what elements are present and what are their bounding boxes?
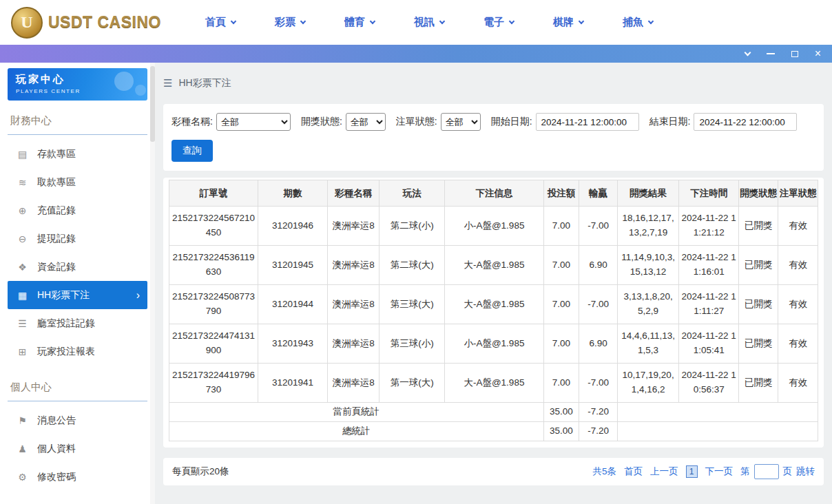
draw-status-select[interactable]: 全部 bbox=[346, 113, 386, 131]
section-title-agent: 代理中心 bbox=[8, 499, 147, 504]
sidebar-item-label: 提現記錄 bbox=[37, 233, 76, 245]
personal-menu: ⚑ 消息公告 ♟ 個人資料 ⚙ 修改密碼 bbox=[0, 401, 155, 492]
end-date-input[interactable] bbox=[694, 113, 797, 131]
nav-item-chess[interactable]: 棋牌 bbox=[553, 16, 583, 29]
deposit-icon: ▤ bbox=[17, 149, 28, 160]
funds-record-icon: ❖ bbox=[17, 262, 28, 273]
cell-draw-result: 3,13,1,8,20,5,2,9 bbox=[617, 285, 678, 324]
close-icon[interactable]: × bbox=[815, 48, 821, 59]
cell-bet-time: 2024-11-22 10:56:37 bbox=[679, 364, 739, 403]
total-summary-label: 總統計 bbox=[169, 422, 544, 441]
prev-page-link[interactable]: 上一页 bbox=[650, 465, 678, 478]
cell-bet-time: 2024-11-22 11:16:01 bbox=[679, 246, 739, 285]
cell-bet-amount: 7.00 bbox=[543, 207, 579, 246]
cell-lottery-name: 澳洲幸运8 bbox=[327, 364, 379, 403]
jump-page-input[interactable] bbox=[754, 464, 779, 479]
sidebar-item-deposit[interactable]: ▤ 存款專區 bbox=[8, 140, 147, 168]
sidebar: 玩家中心 PLAYERS CENTER 財務中心 ▤ 存款專區 ≋ 取款專區 ⊕… bbox=[0, 63, 155, 504]
cell-draw-result: 11,14,9,10,3,15,13,12 bbox=[617, 246, 678, 285]
minimize-icon[interactable] bbox=[767, 53, 775, 54]
query-button[interactable]: 查詢 bbox=[171, 140, 213, 162]
chevron-down-icon bbox=[648, 18, 654, 23]
sidebar-item-label: 存款專區 bbox=[37, 148, 76, 160]
sidebar-item-player-bet-report[interactable]: ⊞ 玩家投注報表 bbox=[8, 337, 147, 366]
section-title-personal: 個人中心 bbox=[8, 374, 147, 401]
jump-button[interactable]: 跳转 bbox=[796, 465, 815, 478]
logo-text: USDT CASINO bbox=[48, 13, 161, 32]
withdraw-icon: ≋ bbox=[17, 177, 28, 188]
cell-period: 31201945 bbox=[258, 246, 328, 285]
nav-item-fishing[interactable]: 捕魚 bbox=[623, 16, 653, 29]
logo[interactable]: U USDT CASINO bbox=[11, 7, 171, 39]
cell-order-status: 有效 bbox=[778, 285, 818, 324]
order-status-select[interactable]: 全部 bbox=[441, 113, 481, 131]
cell-play-type: 第二球(小) bbox=[379, 207, 445, 246]
chevron-down-icon bbox=[370, 18, 375, 23]
cell-period: 31201944 bbox=[258, 285, 328, 324]
sidebar-item-room-bet-records[interactable]: ☰ 廳室投註記錄 bbox=[8, 309, 147, 337]
order-status-label: 注單狀態: bbox=[396, 116, 437, 128]
maximize-icon[interactable] bbox=[791, 51, 798, 57]
cell-draw-status: 已開獎 bbox=[739, 285, 778, 324]
table-row: 2152173224474131900 31201943 澳洲幸运8 第三球(小… bbox=[169, 324, 818, 364]
nav-item-sports[interactable]: 體育 bbox=[344, 16, 375, 29]
cell-draw-result: 14,4,6,11,13,1,5,3 bbox=[617, 324, 678, 364]
sidebar-item-label: 廳室投註記錄 bbox=[37, 317, 95, 330]
collapse-chevron-icon[interactable] bbox=[745, 53, 750, 55]
current-page-button[interactable]: 1 bbox=[686, 465, 698, 478]
main-nav: 首頁 彩票 體育 視訊 電子 棋牌 捕魚 bbox=[205, 16, 653, 29]
cell-bet-time: 2024-11-22 11:11:27 bbox=[679, 285, 739, 324]
cell-win-loss: 6.90 bbox=[579, 246, 618, 285]
table-row: 2152173224508773790 31201944 澳洲幸运8 第三球(大… bbox=[169, 285, 818, 324]
cell-bet-info: 大-A盤@1.985 bbox=[445, 285, 543, 324]
players-center-subtitle: PLAYERS CENTER bbox=[16, 88, 139, 94]
sidebar-item-announcements[interactable]: ⚑ 消息公告 bbox=[8, 406, 147, 434]
col-header-draw-status: 開獎狀態 bbox=[739, 180, 778, 207]
jump-group: 第 页 跳转 bbox=[740, 464, 815, 479]
sidebar-item-change-password[interactable]: ⚙ 修改密碼 bbox=[8, 463, 147, 491]
nav-item-video[interactable]: 視訊 bbox=[414, 16, 444, 29]
first-page-link[interactable]: 首页 bbox=[624, 465, 643, 478]
nav-label: 體育 bbox=[344, 16, 365, 29]
col-header-order-status: 注單狀態 bbox=[778, 180, 818, 207]
cell-bet-time: 2024-11-22 11:05:41 bbox=[679, 324, 739, 364]
report-icon: ⊞ bbox=[17, 346, 28, 357]
sidebar-item-recharge-record[interactable]: ⊕ 充值記錄 bbox=[8, 196, 147, 224]
players-center-title: 玩家中心 bbox=[16, 73, 139, 86]
nav-item-home[interactable]: 首頁 bbox=[205, 16, 236, 29]
menu-toggle-icon[interactable]: ☰ bbox=[163, 77, 172, 90]
nav-item-lottery[interactable]: 彩票 bbox=[275, 16, 305, 29]
cell-order-status: 有效 bbox=[778, 246, 818, 285]
next-page-link[interactable]: 下一页 bbox=[705, 465, 734, 478]
cell-lottery-name: 澳洲幸运8 bbox=[327, 324, 379, 364]
total-summary-amount: 35.00 bbox=[543, 422, 579, 441]
sidebar-item-withdraw-record[interactable]: ⊖ 提現記錄 bbox=[8, 224, 147, 253]
cell-bet-amount: 7.00 bbox=[543, 364, 579, 403]
sidebar-item-funds-record[interactable]: ❖ 資金記錄 bbox=[8, 253, 147, 281]
cell-draw-status: 已開獎 bbox=[739, 324, 778, 364]
sidebar-scrollbar[interactable] bbox=[150, 63, 155, 504]
cell-win-loss: -7.00 bbox=[579, 207, 618, 246]
cell-order-no: 2152173224536119630 bbox=[169, 246, 258, 285]
start-date-label: 開始日期: bbox=[491, 116, 532, 128]
sidebar-item-hh-lottery-bets[interactable]: ▦ HH彩票下注 › bbox=[8, 281, 147, 309]
cell-order-no: 2152173224419796730 bbox=[169, 364, 258, 403]
table-row: 2152173224419796730 31201941 澳洲幸运8 第一球(大… bbox=[169, 364, 818, 403]
cell-lottery-name: 澳洲幸运8 bbox=[327, 285, 379, 324]
cell-period: 31201941 bbox=[258, 364, 328, 403]
page-summary-winloss: -7.20 bbox=[579, 403, 618, 422]
start-date-input[interactable] bbox=[536, 113, 639, 131]
nav-label: 捕魚 bbox=[623, 16, 643, 29]
sidebar-item-withdraw[interactable]: ≋ 取款專區 bbox=[8, 168, 147, 196]
nav-item-electronic[interactable]: 電子 bbox=[483, 16, 514, 29]
sidebar-item-profile[interactable]: ♟ 個人資料 bbox=[8, 434, 147, 463]
col-header-bet-amount: 投注額 bbox=[543, 180, 579, 207]
sidebar-item-label: 取款專區 bbox=[37, 176, 76, 189]
nav-label: 電子 bbox=[483, 16, 504, 29]
sidebar-scrollbar-thumb[interactable] bbox=[150, 66, 155, 142]
col-header-play-type: 玩法 bbox=[379, 180, 445, 207]
finance-menu: ▤ 存款專區 ≋ 取款專區 ⊕ 充值記錄 ⊖ 提現記錄 ❖ 資金記錄 ▦ HH彩… bbox=[0, 135, 155, 367]
cell-play-type: 第一球(大) bbox=[379, 364, 445, 403]
lottery-name-select[interactable]: 全部 bbox=[216, 113, 291, 131]
filter-row: 彩種名稱: 全部 開獎狀態: 全部 注單狀態: 全部 開始日期: 結束日期: bbox=[171, 113, 815, 131]
